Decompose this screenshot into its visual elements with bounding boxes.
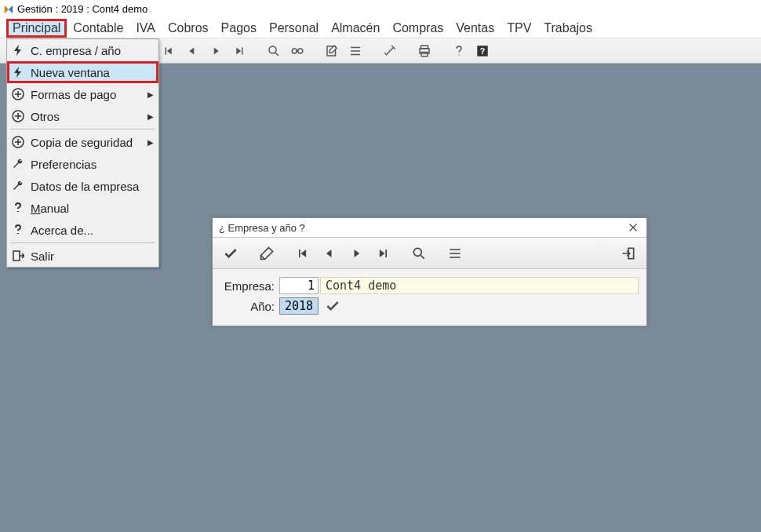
svg-point-2 — [298, 49, 303, 53]
menu-otros[interactable]: Otros ▶ — [7, 105, 158, 127]
menu-pagos[interactable]: Pagos — [215, 20, 263, 37]
svg-point-13 — [413, 248, 421, 256]
dialog-toolbar — [213, 238, 646, 269]
context-help-icon[interactable]: ? — [471, 40, 494, 62]
ano-input[interactable] — [279, 297, 319, 315]
menu-almacen[interactable]: Almacén — [325, 20, 386, 37]
dialog-body: Empresa: Cont4 demo Año: — [213, 269, 646, 326]
menu-separator — [10, 242, 155, 243]
wrench-icon — [12, 158, 24, 170]
dd-label: Nueva ventana — [31, 66, 110, 79]
ano-label: Año: — [220, 300, 279, 313]
edit-icon[interactable] — [320, 40, 344, 62]
empresa-input[interactable] — [279, 277, 319, 294]
menu-personal[interactable]: Personal — [263, 20, 325, 37]
question-icon — [12, 224, 24, 236]
dd-label: Salir — [31, 250, 54, 263]
empresa-name-display: Cont4 demo — [320, 277, 639, 294]
first-icon[interactable] — [289, 241, 316, 266]
submenu-arrow-icon: ▶ — [147, 138, 154, 147]
menu-cobros[interactable]: Cobros — [162, 20, 215, 37]
next-icon[interactable] — [204, 40, 228, 62]
dd-label: Preferencias — [31, 158, 96, 171]
dialog-titlebar: ¿ Empresa y año ? — [213, 218, 646, 238]
menu-manual[interactable]: Manual — [7, 197, 158, 219]
dd-label: Manual — [31, 202, 69, 215]
dd-label: Formas de pago — [31, 88, 116, 101]
menu-compras[interactable]: Compras — [386, 20, 450, 37]
menu-copia-seguridad[interactable]: Copia de seguridad ▶ — [7, 131, 158, 153]
menu-formas-pago[interactable]: Formas de pago ▶ — [7, 83, 158, 105]
dd-label: C. empresa / año — [31, 44, 121, 57]
empresa-label: Empresa: — [220, 279, 279, 293]
eraser-icon[interactable] — [253, 241, 280, 266]
dd-label: Copia de seguridad — [31, 136, 133, 149]
menu-ventas[interactable]: Ventas — [450, 20, 501, 37]
prev-icon[interactable] — [316, 241, 343, 266]
titlebar: Gestión : 2019 : Cont4 demo — [0, 0, 761, 18]
accept-icon[interactable] — [217, 241, 244, 266]
list-icon[interactable] — [344, 40, 367, 62]
search-icon[interactable] — [406, 241, 432, 266]
dd-label: Acerca de... — [31, 224, 93, 237]
wrench-icon — [12, 180, 24, 192]
dd-label: Datos de la empresa — [31, 180, 139, 193]
submenu-arrow-icon: ▶ — [147, 112, 154, 121]
menu-iva[interactable]: IVA — [129, 20, 162, 37]
svg-rect-12 — [13, 251, 20, 261]
bolt-icon — [12, 66, 24, 78]
first-icon[interactable] — [157, 40, 180, 62]
menu-cambio-empresa[interactable]: C. empresa / año — [7, 39, 158, 61]
prev-icon[interactable] — [180, 40, 204, 62]
menu-separator — [10, 129, 155, 129]
next-icon[interactable] — [343, 241, 370, 266]
menu-salir[interactable]: Salir — [7, 245, 158, 267]
last-icon[interactable] — [228, 40, 251, 62]
bolt-icon — [12, 44, 24, 56]
dd-label: Otros — [31, 110, 60, 123]
print-icon[interactable] — [413, 40, 436, 62]
exit-dialog-icon[interactable] — [615, 241, 642, 266]
menu-preferencias[interactable]: Preferencias — [7, 153, 158, 175]
last-icon[interactable] — [370, 241, 396, 266]
help-icon[interactable] — [447, 40, 471, 62]
principal-dropdown: C. empresa / año Nueva ventana Formas de… — [6, 38, 159, 268]
menu-contable[interactable]: Contable — [67, 20, 129, 37]
menu-acerca[interactable]: Acerca de... — [7, 219, 158, 241]
svg-point-1 — [292, 49, 297, 53]
question-icon — [12, 202, 24, 214]
plus-circle-icon — [12, 136, 24, 148]
plus-circle-icon — [12, 88, 24, 100]
close-icon[interactable] — [626, 220, 640, 235]
wand-icon[interactable] — [378, 40, 402, 62]
window-title: Gestión : 2019 : Cont4 demo — [17, 3, 147, 15]
app-logo-icon — [3, 4, 14, 15]
glasses-icon[interactable] — [286, 40, 309, 62]
menu-trabajos[interactable]: Trabajos — [537, 20, 599, 37]
empresa-ano-dialog: ¿ Empresa y año ? Empresa: Cont4 demo Añ… — [212, 217, 647, 326]
menu-datos-empresa[interactable]: Datos de la empresa — [7, 175, 158, 197]
exit-icon — [12, 250, 24, 262]
plus-circle-icon — [12, 110, 24, 122]
menubar: Principal Contable IVA Cobros Pagos Pers… — [0, 18, 761, 38]
list-icon[interactable] — [442, 241, 468, 266]
dialog-title: ¿ Empresa y año ? — [219, 222, 305, 234]
search-icon[interactable] — [262, 40, 286, 62]
svg-text:?: ? — [480, 46, 485, 55]
menu-nueva-ventana[interactable]: Nueva ventana — [7, 61, 158, 83]
submenu-arrow-icon: ▶ — [147, 90, 154, 99]
menu-principal[interactable]: Principal — [6, 19, 67, 38]
confirm-year-icon[interactable] — [325, 298, 340, 314]
menu-tpv[interactable]: TPV — [501, 20, 537, 37]
svg-point-0 — [269, 46, 276, 53]
